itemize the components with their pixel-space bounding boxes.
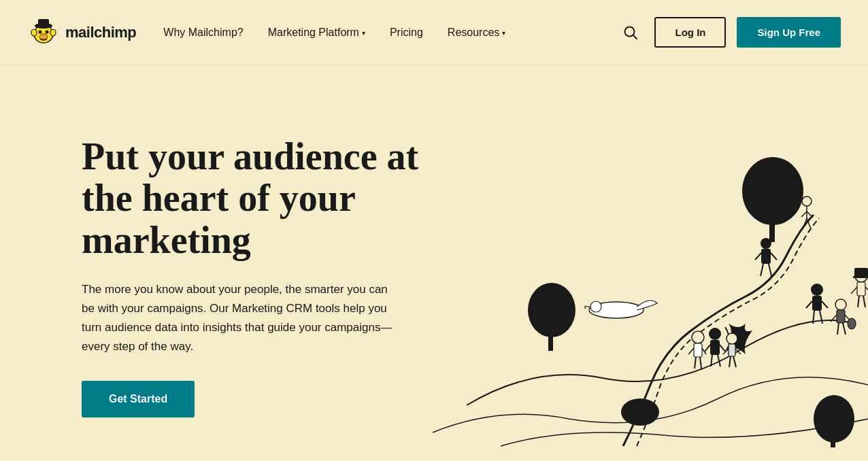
svg-point-22 <box>761 238 771 249</box>
svg-point-30 <box>692 331 704 343</box>
search-button[interactable] <box>618 20 644 46</box>
svg-line-50 <box>806 301 812 308</box>
nav-link-resources[interactable]: Resources ▾ <box>448 27 505 39</box>
hero-illustration <box>433 52 868 447</box>
svg-rect-10 <box>769 222 775 242</box>
svg-line-26 <box>761 264 763 276</box>
svg-point-2 <box>50 29 56 36</box>
svg-rect-49 <box>812 296 822 311</box>
hero-title: Put your audience at the heart of your m… <box>82 136 476 262</box>
svg-line-51 <box>822 301 828 308</box>
logo[interactable]: mailchimp <box>27 16 136 49</box>
svg-line-68 <box>863 296 865 307</box>
svg-line-67 <box>858 296 859 307</box>
svg-line-35 <box>700 357 701 369</box>
svg-point-15 <box>621 398 659 426</box>
svg-point-58 <box>848 318 856 329</box>
svg-line-38 <box>705 345 710 352</box>
nav-item-pricing[interactable]: Pricing <box>390 27 423 39</box>
svg-point-13 <box>814 395 854 443</box>
navbar-left: mailchimp Why Mailchimp? Marketing Platf… <box>27 16 505 49</box>
search-icon <box>623 25 638 40</box>
svg-line-46 <box>729 356 731 367</box>
svg-line-59 <box>837 323 839 335</box>
chevron-down-icon: ▾ <box>502 29 505 37</box>
svg-point-9 <box>742 157 803 225</box>
svg-line-32 <box>688 348 694 354</box>
chevron-down-icon: ▾ <box>362 29 365 37</box>
svg-point-54 <box>835 299 846 310</box>
svg-point-29 <box>590 301 601 312</box>
nav-item-why-mailchimp[interactable]: Why Mailchimp? <box>163 27 243 39</box>
get-started-button[interactable]: Get Started <box>82 381 195 417</box>
svg-rect-14 <box>831 439 835 447</box>
svg-point-1 <box>31 29 37 36</box>
svg-rect-64 <box>857 282 865 296</box>
signup-button[interactable]: Sign Up Free <box>737 17 841 48</box>
nav-link-why-mailchimp[interactable]: Why Mailchimp? <box>163 27 243 39</box>
svg-point-16 <box>802 197 812 206</box>
nav-link-pricing[interactable]: Pricing <box>390 27 423 39</box>
nav-links: Why Mailchimp? Marketing Platform ▾ Pric… <box>163 27 505 39</box>
svg-point-48 <box>811 284 823 296</box>
svg-line-24 <box>755 253 761 260</box>
svg-point-42 <box>727 333 737 344</box>
hero-subtitle: The more you know about your people, the… <box>82 280 395 356</box>
svg-line-47 <box>733 356 736 367</box>
svg-line-34 <box>695 357 696 369</box>
svg-line-39 <box>720 345 725 352</box>
brand-name: mailchimp <box>65 24 136 41</box>
svg-rect-7 <box>38 19 49 27</box>
svg-line-25 <box>771 253 777 260</box>
hero-illustration-svg <box>433 52 868 447</box>
nav-link-marketing-platform[interactable]: Marketing Platform ▾ <box>268 27 365 39</box>
svg-rect-37 <box>710 340 720 355</box>
nav-item-resources[interactable]: Resources ▾ <box>448 27 505 39</box>
svg-point-36 <box>709 328 721 340</box>
svg-point-3 <box>39 30 42 33</box>
svg-point-11 <box>528 283 575 337</box>
svg-rect-12 <box>548 334 553 351</box>
svg-line-53 <box>820 311 822 324</box>
hero-content: Put your audience at the heart of your m… <box>82 136 476 418</box>
svg-line-65 <box>851 287 857 294</box>
hero-section: Put your audience at the heart of your m… <box>0 65 868 461</box>
svg-rect-55 <box>837 310 845 323</box>
svg-point-4 <box>46 30 49 33</box>
svg-rect-43 <box>729 344 735 356</box>
svg-rect-23 <box>761 249 771 264</box>
svg-line-19 <box>807 211 812 217</box>
svg-rect-31 <box>694 343 702 357</box>
svg-rect-63 <box>853 276 868 278</box>
svg-line-60 <box>843 323 846 335</box>
svg-line-27 <box>769 264 771 276</box>
svg-rect-62 <box>854 268 868 277</box>
nav-item-marketing-platform[interactable]: Marketing Platform ▾ <box>268 27 365 39</box>
mailchimp-logo-icon <box>27 16 60 49</box>
login-button[interactable]: Log In <box>654 17 726 48</box>
navbar-right: Log In Sign Up Free <box>618 17 841 48</box>
svg-line-18 <box>801 211 807 217</box>
